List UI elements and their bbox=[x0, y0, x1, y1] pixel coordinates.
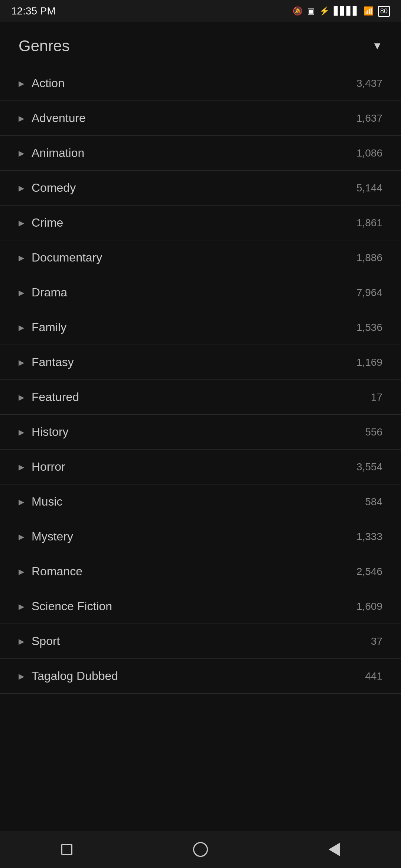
genre-list-item[interactable]: ▶ Mystery 1,333 bbox=[0, 519, 401, 554]
genre-name: Sport bbox=[32, 634, 60, 648]
genre-name: History bbox=[32, 425, 69, 439]
battery-level: 80 bbox=[380, 7, 388, 15]
genre-count: 1,086 bbox=[356, 147, 382, 159]
play-arrow-icon: ▶ bbox=[19, 184, 24, 193]
genre-item-left: ▶ History bbox=[19, 425, 69, 439]
play-arrow-icon: ▶ bbox=[19, 602, 24, 611]
genre-item-left: ▶ Animation bbox=[19, 146, 84, 160]
genre-count: 1,886 bbox=[356, 252, 382, 264]
genre-list-item[interactable]: ▶ Horror 3,554 bbox=[0, 450, 401, 484]
play-arrow-icon: ▶ bbox=[19, 393, 24, 402]
play-arrow-icon: ▶ bbox=[19, 218, 24, 227]
genre-list-item[interactable]: ▶ Drama 7,964 bbox=[0, 275, 401, 310]
play-arrow-icon: ▶ bbox=[19, 79, 24, 88]
genre-name: Comedy bbox=[32, 181, 76, 195]
genre-item-left: ▶ Science Fiction bbox=[19, 599, 112, 613]
genre-count: 1,333 bbox=[356, 531, 382, 543]
back-icon bbox=[329, 843, 340, 856]
genre-count: 17 bbox=[371, 391, 382, 403]
nav-recents-button[interactable] bbox=[52, 835, 82, 864]
genre-item-left: ▶ Comedy bbox=[19, 181, 76, 195]
home-icon bbox=[193, 842, 208, 857]
play-arrow-icon: ▶ bbox=[19, 463, 24, 471]
play-arrow-icon: ▶ bbox=[19, 428, 24, 437]
genre-name: Documentary bbox=[32, 251, 102, 264]
recents-icon bbox=[61, 844, 72, 855]
genre-name: Animation bbox=[32, 146, 84, 160]
genre-name: Family bbox=[32, 320, 66, 334]
play-arrow-icon: ▶ bbox=[19, 672, 24, 681]
genre-count: 1,637 bbox=[356, 112, 382, 124]
genre-count: 3,437 bbox=[356, 78, 382, 89]
genre-list-item[interactable]: ▶ Comedy 5,144 bbox=[0, 171, 401, 206]
genre-name: Romance bbox=[32, 565, 82, 578]
genre-count: 1,609 bbox=[356, 601, 382, 612]
genre-list-item[interactable]: ▶ Music 584 bbox=[0, 484, 401, 519]
genre-count: 5,144 bbox=[356, 182, 382, 194]
genre-item-left: ▶ Music bbox=[19, 495, 63, 509]
nav-bar bbox=[0, 831, 401, 868]
genre-count: 441 bbox=[365, 670, 382, 682]
genre-list-item[interactable]: ▶ Romance 2,546 bbox=[0, 554, 401, 589]
genre-name: Science Fiction bbox=[32, 599, 112, 613]
battery-icon: 80 bbox=[378, 6, 390, 17]
genre-name: Adventure bbox=[32, 111, 86, 125]
genre-item-left: ▶ Documentary bbox=[19, 251, 102, 264]
genre-name: Mystery bbox=[32, 530, 73, 543]
nav-home-button[interactable] bbox=[186, 835, 215, 864]
play-arrow-icon: ▶ bbox=[19, 532, 24, 541]
genre-list-item[interactable]: ▶ Family 1,536 bbox=[0, 310, 401, 345]
status-time: 12:35 PM bbox=[11, 5, 56, 17]
genre-name: Featured bbox=[32, 390, 79, 404]
chevron-down-icon[interactable]: ▼ bbox=[372, 40, 382, 52]
genre-list-item[interactable]: ▶ Crime 1,861 bbox=[0, 206, 401, 240]
genre-list-item[interactable]: ▶ Science Fiction 1,609 bbox=[0, 589, 401, 624]
play-arrow-icon: ▶ bbox=[19, 149, 24, 158]
genre-list-item[interactable]: ▶ Documentary 1,886 bbox=[0, 240, 401, 275]
genre-count: 1,536 bbox=[356, 322, 382, 333]
page-title: Genres bbox=[19, 37, 70, 55]
genre-list-item[interactable]: ▶ Adventure 1,637 bbox=[0, 101, 401, 136]
genre-list-item[interactable]: ▶ Tagalog Dubbed 441 bbox=[0, 659, 401, 694]
nav-back-button[interactable] bbox=[319, 835, 349, 864]
wifi-icon: 📶 bbox=[363, 6, 374, 16]
genre-list-item[interactable]: ▶ Sport 37 bbox=[0, 624, 401, 659]
genre-name: Tagalog Dubbed bbox=[32, 669, 118, 683]
genre-item-left: ▶ Romance bbox=[19, 565, 82, 578]
genre-count: 1,169 bbox=[356, 356, 382, 368]
status-icons: 🔕 ▣ ⚡ ▋▋▋▋ 📶 80 bbox=[293, 6, 390, 17]
genre-name: Crime bbox=[32, 216, 63, 230]
genre-item-left: ▶ Tagalog Dubbed bbox=[19, 669, 118, 683]
genre-count: 556 bbox=[365, 426, 382, 438]
genre-name: Fantasy bbox=[32, 355, 74, 369]
play-arrow-icon: ▶ bbox=[19, 637, 24, 646]
play-arrow-icon: ▶ bbox=[19, 253, 24, 262]
genre-count: 3,554 bbox=[356, 461, 382, 473]
genre-count: 2,546 bbox=[356, 566, 382, 578]
genre-item-left: ▶ Featured bbox=[19, 390, 79, 404]
genre-list: ▶ Action 3,437 ▶ Adventure 1,637 ▶ Anima… bbox=[0, 66, 401, 694]
genre-list-item[interactable]: ▶ Featured 17 bbox=[0, 380, 401, 415]
genre-count: 1,861 bbox=[356, 217, 382, 229]
genre-name: Horror bbox=[32, 460, 65, 474]
main-content: Genres ▼ ▶ Action 3,437 ▶ Adventure 1,63… bbox=[0, 22, 401, 831]
bluetooth-icon: ⚡ bbox=[319, 6, 329, 16]
genre-item-left: ▶ Adventure bbox=[19, 111, 86, 125]
genre-list-item[interactable]: ▶ History 556 bbox=[0, 415, 401, 450]
play-arrow-icon: ▶ bbox=[19, 114, 24, 123]
genre-item-left: ▶ Horror bbox=[19, 460, 65, 474]
genres-header[interactable]: Genres ▼ bbox=[0, 30, 401, 66]
genre-list-item[interactable]: ▶ Fantasy 1,169 bbox=[0, 345, 401, 380]
genre-list-item[interactable]: ▶ Animation 1,086 bbox=[0, 136, 401, 171]
genre-name: Action bbox=[32, 76, 65, 90]
genre-name: Drama bbox=[32, 286, 67, 299]
play-arrow-icon: ▶ bbox=[19, 323, 24, 332]
genre-count: 7,964 bbox=[356, 287, 382, 299]
play-arrow-icon: ▶ bbox=[19, 358, 24, 367]
genre-list-item[interactable]: ▶ Action 3,437 bbox=[0, 66, 401, 101]
genre-item-left: ▶ Fantasy bbox=[19, 355, 74, 369]
signal-icon: ▋▋▋▋ bbox=[334, 6, 359, 16]
genre-item-left: ▶ Crime bbox=[19, 216, 63, 230]
genre-count: 37 bbox=[371, 635, 382, 647]
genre-name: Music bbox=[32, 495, 63, 509]
